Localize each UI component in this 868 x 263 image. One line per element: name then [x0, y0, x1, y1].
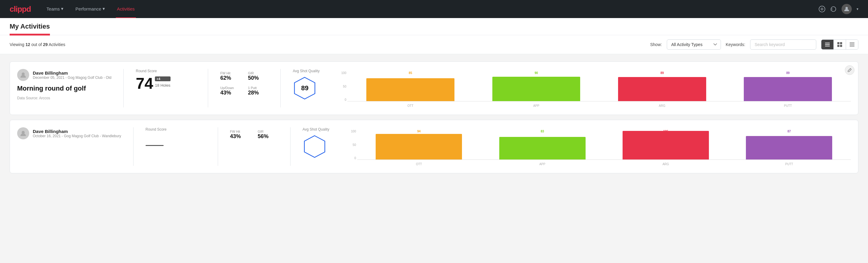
svg-rect-9 — [837, 45, 839, 47]
page-title: My Activities — [10, 19, 50, 35]
fw-hit-label: FW Hit — [220, 71, 241, 75]
divider — [208, 69, 208, 108]
chart-bar — [746, 136, 832, 159]
gir-label: GIR — [248, 71, 268, 75]
user-date: December 05, 2021 - Gog Magog Golf Club … — [33, 76, 111, 80]
view-grid-button[interactable] — [834, 40, 846, 49]
user-name: Dave Billingham — [33, 70, 111, 76]
user-avatar-small — [17, 127, 29, 139]
chart-x-label: APP — [473, 104, 599, 108]
keyword-input[interactable] — [750, 39, 816, 50]
card-user-section: Dave Billingham October 16, 2021 - Gog M… — [17, 127, 121, 166]
fw-hit-label: FW Hit — [230, 130, 251, 133]
svg-rect-7 — [837, 42, 839, 44]
show-label: Show: — [650, 42, 662, 47]
avg-shot-quality-label: Avg Shot Quality — [292, 69, 319, 73]
bar-value-label: 83 — [541, 130, 544, 133]
add-button[interactable] — [819, 6, 825, 12]
shot-quality-value: 89 — [301, 84, 308, 92]
view-toggle — [821, 39, 858, 50]
view-list-button[interactable] — [822, 40, 834, 49]
bar-value-label: 85 — [409, 71, 412, 75]
bar-value-label: 87 — [787, 130, 791, 133]
updown-label: Up/Down — [220, 86, 241, 90]
svg-rect-10 — [840, 45, 842, 47]
chart-bar — [366, 78, 455, 101]
refresh-button[interactable] — [830, 6, 837, 12]
updown-value: 43% — [220, 90, 241, 96]
chart-bars: 85908989 — [347, 71, 851, 101]
hexagon-badge — [303, 135, 327, 158]
chart-group: 85 — [347, 71, 473, 101]
chart-bar — [618, 77, 706, 101]
score-badge: +4 — [155, 77, 170, 81]
chart-x-axis: OTTAPPARGPUTT — [347, 104, 851, 108]
nav-actions: ▾ — [819, 4, 858, 14]
shot-quality-chart: 100 50 0 948310687 OTTAPPARGPUTT — [348, 127, 851, 166]
svg-rect-11 — [850, 42, 855, 43]
user-date: October 16, 2021 - Gog Magog Golf Club -… — [33, 134, 121, 138]
chart-y-axis: 100 50 0 — [338, 71, 347, 101]
svg-marker-18 — [304, 136, 325, 157]
bar-value-label: 89 — [660, 71, 664, 75]
svg-rect-6 — [825, 46, 830, 46]
chart-x-label: OTT — [347, 104, 473, 108]
svg-rect-4 — [825, 43, 830, 43]
round-score-value: 74 — [136, 76, 153, 91]
divider — [133, 127, 133, 166]
user-avatar[interactable] — [841, 4, 852, 14]
user-name: Dave Billingham — [33, 129, 121, 134]
chart-bar — [492, 77, 581, 101]
chart-x-label: PUTT — [727, 163, 851, 166]
chart-x-label: ARG — [599, 104, 725, 108]
chart-group: 89 — [599, 71, 725, 101]
chart-bar — [499, 137, 586, 159]
chart-bars: 948310687 — [357, 130, 851, 160]
divider — [290, 127, 290, 166]
extra-stats-section: FW Hit 43% GIR 56% — [230, 127, 278, 166]
data-source: Data Source: Arccos — [17, 96, 111, 100]
shot-quality-section: Avg Shot Quality — [303, 127, 339, 166]
chart-x-axis: OTTAPPARGPUTT — [357, 163, 851, 166]
chart-group: 89 — [725, 71, 851, 101]
chart-bar — [623, 131, 709, 159]
fw-hit-value: 43% — [230, 133, 251, 140]
holes-label: 18 Holes — [155, 83, 170, 88]
nav-teams[interactable]: Teams ▾ — [45, 0, 65, 18]
user-row: Dave Billingham December 05, 2021 - Gog … — [17, 69, 111, 81]
divider — [280, 69, 281, 108]
bar-value-label: 89 — [786, 71, 789, 75]
chart-group: 90 — [473, 71, 599, 101]
round-score-label: Round Score — [136, 69, 196, 73]
chart-group: 83 — [480, 130, 604, 159]
score-placeholder — [146, 145, 164, 146]
round-score-section: Round Score — [146, 127, 206, 166]
activity-card: Dave Billingham December 05, 2021 - Gog … — [10, 61, 858, 115]
gir-value: 56% — [258, 133, 278, 140]
navbar: clippd Teams ▾ Performance ▾ Activities — [0, 0, 868, 18]
nav-activities[interactable]: Activities — [116, 0, 136, 18]
bar-value-label: 94 — [417, 130, 421, 133]
avg-shot-quality-label: Avg Shot Quality — [303, 127, 329, 132]
svg-rect-5 — [825, 44, 830, 45]
brand-logo[interactable]: clippd — [10, 4, 31, 14]
svg-rect-14 — [850, 46, 855, 47]
user-chevron[interactable]: ▾ — [857, 7, 858, 11]
divider — [123, 69, 124, 108]
bar-value-label: 90 — [534, 71, 538, 75]
chart-y-axis: 100 50 0 — [348, 130, 357, 160]
view-compact-button[interactable] — [846, 40, 858, 49]
divider — [218, 127, 218, 166]
nav-performance[interactable]: Performance ▾ — [74, 0, 106, 18]
chart-x-label: PUTT — [725, 104, 851, 108]
chart-group: 94 — [357, 130, 480, 159]
activity-type-select[interactable]: All Activity Types Round Practice Lesson — [667, 39, 721, 50]
activities-content: Dave Billingham December 05, 2021 - Gog … — [0, 54, 868, 180]
extra-stats-section: FW Hit 62% GIR 50% Up/Down 43% 1 Putt 28… — [220, 69, 268, 108]
user-row: Dave Billingham October 16, 2021 - Gog M… — [17, 127, 121, 139]
user-avatar-small — [17, 69, 29, 81]
chart-x-label: ARG — [604, 163, 727, 166]
page-header: My Activities — [0, 18, 868, 35]
fw-hit-value: 62% — [220, 75, 241, 81]
activity-card: Dave Billingham October 16, 2021 - Gog M… — [10, 120, 858, 173]
